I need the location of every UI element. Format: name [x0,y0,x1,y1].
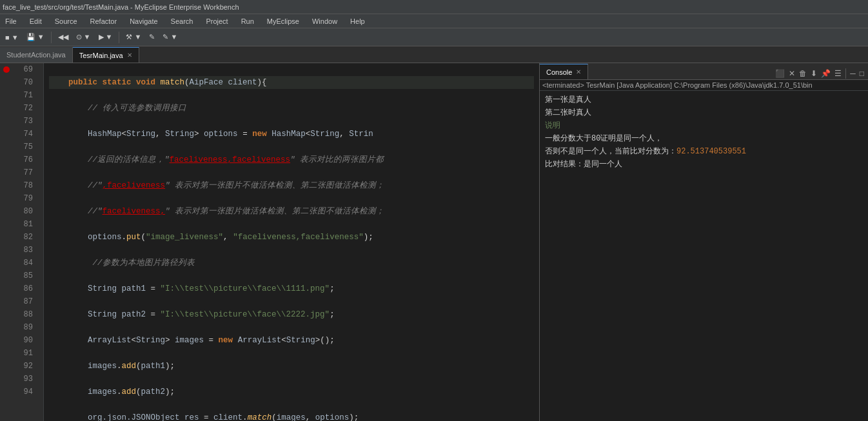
toolbar-btn-3[interactable]: ◀◀ [55,32,71,43]
console-toolbar: ⬛ ✕ 🗑 ⬇ 📌 ☰ ─ □ [771,68,868,79]
window-title: face_live_test/src/org/test/TestMain.jav… [3,3,239,11]
breakpoint-69 [3,66,10,73]
editor-pane: 69 70 71 72 73 74 75 76 77 78 79 80 81 8… [0,63,539,421]
console-line-2: 第二张时真人 [545,106,863,119]
tab-close-icon[interactable]: ✕ [127,52,132,59]
menu-run[interactable]: Run [239,16,257,26]
code-content[interactable]: public static void match(AipFace client)… [44,63,539,421]
console-maximize-btn[interactable]: □ [858,68,865,79]
tab-student-action[interactable]: StudentAction.java [0,47,73,63]
toolbar-sep-2 [119,32,119,43]
console-disconnect-btn[interactable]: ✕ [787,68,796,79]
console-sep [845,68,846,79]
toolbar-btn-5[interactable]: ✎ [146,32,157,43]
console-close-icon[interactable]: ✕ [576,68,581,75]
console-line-3: 说明 [545,119,863,132]
console-terminated: <terminated> TesrMain [Java Application]… [540,80,868,91]
console-tab[interactable]: Console ✕ [540,64,588,79]
toolbar-btn-1[interactable]: ■ ▼ [3,32,21,43]
editor-tab-bar: StudentAction.java TesrMain.java ✕ [0,46,868,63]
menu-myeclipse[interactable]: MyEclipse [264,16,302,26]
line-numbers: 69 70 71 72 73 74 75 76 77 78 79 80 81 8… [13,63,44,421]
toolbar-btn-2[interactable]: 💾 ▼ [24,32,47,43]
toolbar-btn-4[interactable]: ⊙ ▼ [74,32,94,43]
menu-project[interactable]: Project [203,16,230,26]
console-scroll-btn[interactable]: ⬇ [809,68,818,79]
toolbar-sep-1 [51,32,52,43]
console-minimize-btn[interactable]: ─ [849,68,857,79]
console-tab-bar: Console ✕ ⬛ ✕ 🗑 ⬇ 📌 ☰ ─ □ [540,63,868,80]
tab-student-label: StudentAction.java [6,51,66,59]
toolbar-btn-6[interactable]: ✎ ▼ [160,32,180,43]
toolbar: ■ ▼ 💾 ▼ ◀◀ ⊙ ▼ ▶ ▼ ⚒ ▼ ✎ ✎ ▼ [0,28,868,46]
console-line-6: 比对结果：是同一个人 [545,158,863,171]
toolbar-btn-run[interactable]: ▶ ▼ [96,32,115,43]
menu-edit[interactable]: Edit [27,16,44,26]
console-output: 第一张是真人 第二张时真人 说明 一般分数大于80证明是同一个人， 否则不是同一… [540,91,868,421]
menu-source[interactable]: Source [52,16,80,26]
toolbar-btn-debug[interactable]: ⚒ ▼ [123,32,144,43]
menu-help[interactable]: Help [348,16,368,26]
console-stop-btn[interactable]: ⬛ [774,68,786,79]
menu-refactor[interactable]: Refactor [88,16,120,26]
console-spacer [545,176,863,189]
tab-tesr-main[interactable]: TesrMain.java ✕ [73,47,139,63]
console-menu-btn[interactable]: ☰ [833,68,843,79]
menu-file[interactable]: File [3,16,19,26]
menu-bar: face_live_test/src/org/test/TestMain.jav… [0,0,868,14]
console-line-1: 第一张是真人 [545,93,863,106]
menu-navigate[interactable]: Navigate [127,16,160,26]
console-pin-btn[interactable]: 📌 [820,68,832,79]
menu-window[interactable]: Window [310,16,340,26]
console-pane: Console ✕ ⬛ ✕ 🗑 ⬇ 📌 ☰ ─ □ <terminated> T… [539,63,868,421]
main-area: 69 70 71 72 73 74 75 76 77 78 79 80 81 8… [0,63,868,421]
menu-search[interactable]: Search [168,16,196,26]
console-line-5: 否则不是同一个人，当前比对分数为：92.513740539551 [545,145,863,158]
tab-tesr-label: TesrMain.java [79,52,123,59]
breakpoint-gutter [0,63,13,421]
menu-items-bar: File Edit Source Refactor Navigate Searc… [0,14,868,28]
console-tab-label: Console [546,68,572,76]
console-line-4: 一般分数大于80证明是同一个人， [545,132,863,145]
console-clear-btn[interactable]: 🗑 [798,68,808,79]
